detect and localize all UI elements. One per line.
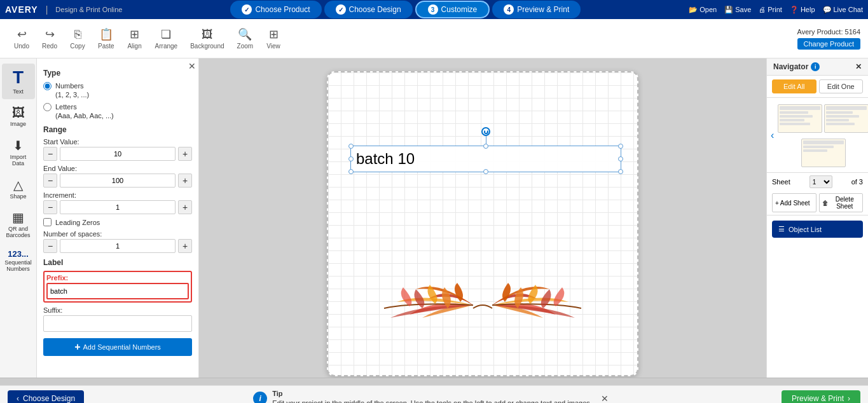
handle-tr[interactable] (618, 144, 623, 149)
nav-step-choose-product[interactable]: ✓ Choose Product (230, 1, 321, 18)
tool-qr-barcodes[interactable]: ▦ QR andBarcodes (2, 206, 35, 243)
back-arrow-icon: ‹ (17, 394, 19, 403)
delete-sheet-button[interactable]: 🗑 Delete Sheet (819, 193, 864, 212)
tool-import-label: ImportData (10, 154, 27, 167)
tool-image[interactable]: 🖼 Image (2, 102, 35, 132)
canvas-text-element[interactable]: batch 10 (350, 146, 621, 172)
undo-button[interactable]: ↩ Undo (8, 25, 36, 52)
object-list-icon: ☰ (778, 225, 785, 233)
num-spaces-label: Number of spaces: (43, 230, 192, 238)
end-value-plus[interactable]: + (178, 174, 192, 188)
print-action[interactable]: 🖨 Print (759, 6, 782, 13)
suffix-input[interactable] (43, 315, 192, 332)
radio-letters-input[interactable] (43, 103, 52, 111)
object-list-button[interactable]: ☰ Object List (772, 221, 863, 238)
handle-bm[interactable] (483, 169, 488, 174)
thumbnail-strip (778, 102, 868, 168)
sheet-select[interactable]: 1 2 3 (809, 175, 832, 188)
start-value-label: Start Value: (43, 138, 192, 146)
handle-bl[interactable] (348, 169, 354, 174)
rotate-handle[interactable] (481, 127, 490, 136)
radio-letters[interactable]: Letters (Aaa, Aab, Aac, ...) (43, 102, 192, 121)
add-sequential-numbers-button[interactable]: + Add Sequential Numbers (43, 338, 192, 356)
of-label: of 3 (851, 178, 863, 186)
start-value-plus[interactable]: + (178, 147, 192, 161)
nav-divider: | (46, 4, 48, 15)
help-action[interactable]: ❓ Help (790, 6, 815, 14)
prefix-input[interactable] (46, 283, 189, 299)
thumbnail-nav: ‹ (767, 98, 868, 172)
handle-tl[interactable] (348, 144, 354, 149)
navigator-close-button[interactable]: ✕ (855, 62, 862, 71)
sequential-numbers-panel: ✕ Type Numbers (1, 2, 3, ...) Letters (A… (37, 58, 199, 378)
tool-image-label: Image (10, 121, 26, 128)
nav-step-preview-print[interactable]: 4 Preview & Print (492, 1, 581, 18)
leading-zeros-checkbox[interactable] (43, 218, 52, 226)
thumbnail-3[interactable] (801, 139, 846, 167)
delete-sheet-label: Delete Sheet (830, 196, 860, 210)
start-value-minus[interactable]: − (43, 147, 57, 161)
end-value-input[interactable] (60, 174, 176, 188)
tool-shape[interactable]: △ Shape (2, 174, 35, 204)
preview-print-button[interactable]: Preview & Print › (782, 390, 860, 404)
end-value-row: − + (43, 174, 192, 188)
handle-tm[interactable] (483, 144, 488, 149)
increment-input[interactable] (60, 200, 176, 214)
tool-import-data[interactable]: ⬇ ImportData (2, 134, 35, 171)
preview-print-label: Preview & Print (792, 394, 844, 403)
view-icon: ⊞ (269, 27, 279, 41)
toolbar: ↩ Undo ↪ Redo ⎘ Copy 📋 Paste ⊞ Align ❏ A… (0, 19, 868, 58)
increment-plus[interactable]: + (178, 200, 192, 214)
num-spaces-minus[interactable]: − (43, 239, 57, 253)
change-product-button[interactable]: Change Product (797, 38, 861, 50)
handle-mr[interactable] (618, 156, 623, 161)
open-action[interactable]: 📂 Open (689, 6, 717, 14)
thumbnail-2[interactable] (824, 104, 868, 133)
background-icon: 🖼 (202, 28, 213, 41)
save-action[interactable]: 💾 Save (724, 6, 751, 14)
edit-all-button[interactable]: Edit All (772, 79, 816, 93)
canvas-container[interactable]: batch 10 (327, 71, 638, 376)
tool-sequential[interactable]: 123... SequentialNumbers (2, 245, 35, 277)
view-button[interactable]: ⊞ View (259, 25, 287, 52)
edit-one-button[interactable]: Edit One (819, 79, 864, 93)
prefix-box: Prefix: (43, 271, 192, 303)
radio-numbers[interactable]: Numbers (1, 2, 3, ...) (43, 81, 192, 100)
text-icon: T (13, 67, 24, 88)
handle-ml[interactable] (348, 156, 354, 161)
copy-icon: ⎘ (74, 28, 81, 41)
tip-section: i Tip Edit your project in the middle of… (92, 389, 774, 403)
nav-step-choose-design[interactable]: ✓ Choose Design (324, 1, 413, 18)
end-value-minus[interactable]: − (43, 174, 57, 188)
paste-button[interactable]: 📋 Paste (92, 25, 121, 52)
thumbnail-1[interactable] (778, 104, 822, 133)
sequential-icon: 123... (8, 249, 29, 259)
tip-close-button[interactable]: ✕ (597, 392, 612, 404)
num-spaces-plus[interactable]: + (178, 239, 192, 253)
image-icon: 🖼 (12, 106, 25, 120)
arrange-button[interactable]: ❏ Arrange (149, 25, 184, 52)
redo-button[interactable]: ↪ Redo (36, 25, 64, 52)
live-chat-action[interactable]: 💬 Live Chat (823, 6, 863, 14)
handle-br[interactable] (618, 169, 623, 174)
step-num-3: 3 (428, 4, 438, 15)
copy-button[interactable]: ⎘ Copy (64, 25, 92, 52)
increment-minus[interactable]: − (43, 200, 57, 214)
num-spaces-input[interactable] (60, 239, 176, 253)
panel-close-button[interactable]: ✕ (188, 61, 196, 71)
choose-design-button[interactable]: ‹ Choose Design (8, 390, 84, 404)
tool-text[interactable]: T Text (2, 64, 35, 99)
align-icon: ⊞ (130, 27, 139, 41)
undo-label: Undo (14, 43, 29, 50)
add-sheet-button[interactable]: + Add Sheet (772, 193, 816, 212)
zoom-button[interactable]: 🔍 Zoom (231, 25, 260, 52)
radio-numbers-input[interactable] (43, 82, 52, 90)
prev-sheet-arrow[interactable]: ‹ (769, 128, 775, 142)
nav-step-customize[interactable]: 3 Customize (415, 1, 490, 18)
thumbnail-group (778, 102, 868, 135)
start-value-input[interactable] (60, 147, 176, 161)
horizontal-scrollbar[interactable] (0, 378, 868, 385)
align-button[interactable]: ⊞ Align (121, 25, 149, 52)
background-button[interactable]: 🖼 Background (184, 25, 230, 52)
tool-shape-label: Shape (10, 194, 26, 200)
